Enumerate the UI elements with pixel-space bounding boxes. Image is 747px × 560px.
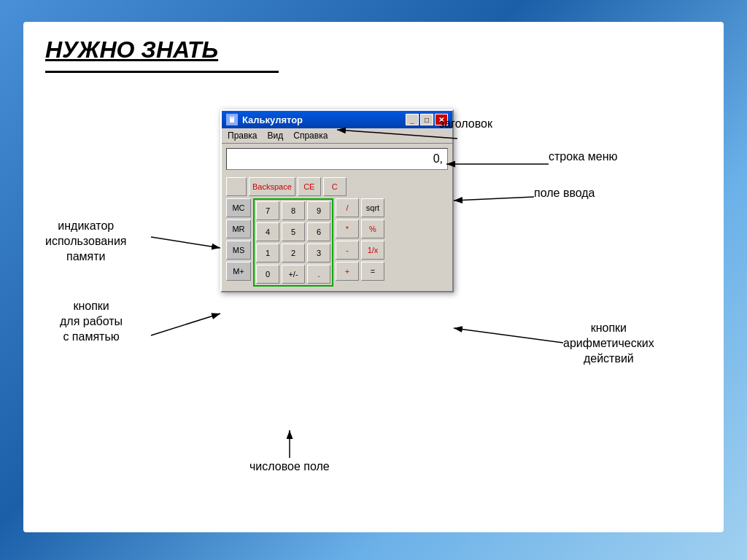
calculator-icon: 🖩 — [226, 114, 238, 125]
calc-body: Backspace CE C MC MR MS M+ 7 8 — [222, 174, 452, 291]
slide-container: НУЖНО ЗНАТЬ 🖩 Калькулятор _ □ ✕ Правка В… — [23, 22, 724, 532]
memory-column: MC MR MS M+ — [226, 198, 251, 287]
number-grid: 7 8 9 4 5 6 1 2 3 0 +/- . — [253, 198, 333, 287]
btn-9[interactable]: 9 — [307, 201, 330, 220]
calc-titlebar: 🖩 Калькулятор _ □ ✕ — [222, 111, 452, 128]
btn-equals[interactable]: = — [361, 262, 384, 281]
slide-title: НУЖНО ЗНАТЬ — [45, 36, 218, 63]
btn-8[interactable]: 8 — [282, 201, 305, 220]
minimize-button[interactable]: _ — [406, 114, 419, 125]
label-knopki-arifm: кнопки арифметических действий — [563, 321, 654, 366]
menu-vid[interactable]: Вид — [266, 130, 285, 141]
calculator-window: 🖩 Калькулятор _ □ ✕ Правка Вид Справка 0… — [220, 109, 454, 292]
calc-row-top: Backspace CE C — [226, 177, 448, 196]
label-stroka-menu: строка меню — [549, 149, 618, 165]
btn-4[interactable]: 4 — [256, 222, 279, 241]
mc-button[interactable]: MC — [226, 198, 251, 217]
label-knopki-pamyat: кнопки для работы с памятью — [60, 299, 123, 344]
btn-3[interactable]: 3 — [307, 244, 330, 262]
btn-dot[interactable]: . — [307, 265, 330, 284]
calc-main-grid: MC MR MS M+ 7 8 9 4 5 6 1 2 — [226, 198, 448, 287]
backspace-button[interactable]: Backspace — [249, 177, 295, 196]
number-grid-inner: 7 8 9 4 5 6 1 2 3 0 +/- . — [256, 201, 330, 284]
memory-indicator — [226, 177, 247, 196]
mplus-button[interactable]: M+ — [226, 262, 251, 281]
btn-sqrt[interactable]: sqrt — [361, 198, 384, 217]
btn-reciprocal[interactable]: 1/x — [361, 241, 384, 260]
btn-percent[interactable]: % — [361, 219, 384, 238]
btn-plusminus[interactable]: +/- — [282, 265, 305, 284]
maximize-button[interactable]: □ — [420, 114, 433, 125]
btn-0[interactable]: 0 — [256, 265, 279, 284]
svg-line-5 — [151, 314, 220, 335]
menu-spravka[interactable]: Справка — [292, 130, 329, 141]
label-zagolovok: заголовок — [439, 117, 492, 132]
calc-display: 0, — [226, 148, 448, 170]
btn-1[interactable]: 1 — [256, 244, 279, 262]
btn-multiply[interactable]: * — [336, 219, 359, 238]
operator-column: / * - + — [336, 198, 359, 287]
label-pole-vvoda: поле ввода — [534, 186, 595, 201]
menu-pravka[interactable]: Правка — [226, 130, 259, 141]
btn-6[interactable]: 6 — [307, 222, 330, 241]
svg-line-3 — [454, 197, 534, 201]
special-column: sqrt % 1/x = — [361, 198, 384, 287]
calc-title-text: Калькулятор — [242, 114, 303, 125]
btn-subtract[interactable]: - — [336, 241, 359, 260]
btn-5[interactable]: 5 — [282, 222, 305, 241]
mr-button[interactable]: MR — [226, 219, 251, 238]
calc-title-left: 🖩 Калькулятор — [226, 114, 303, 125]
ms-button[interactable]: MS — [226, 241, 251, 260]
btn-7[interactable]: 7 — [256, 201, 279, 220]
label-indikator: индикатор использования памяти — [45, 219, 127, 264]
label-chislovoe-pole: числовое поле — [249, 459, 330, 475]
svg-line-7 — [454, 328, 563, 343]
btn-2[interactable]: 2 — [282, 244, 305, 262]
title-underline — [45, 71, 279, 73]
ce-button[interactable]: CE — [298, 177, 321, 196]
calc-menubar: Правка Вид Справка — [222, 128, 452, 144]
svg-line-4 — [151, 237, 220, 248]
btn-divide[interactable]: / — [336, 198, 359, 217]
btn-add[interactable]: + — [336, 262, 359, 281]
c-button[interactable]: C — [323, 177, 347, 196]
